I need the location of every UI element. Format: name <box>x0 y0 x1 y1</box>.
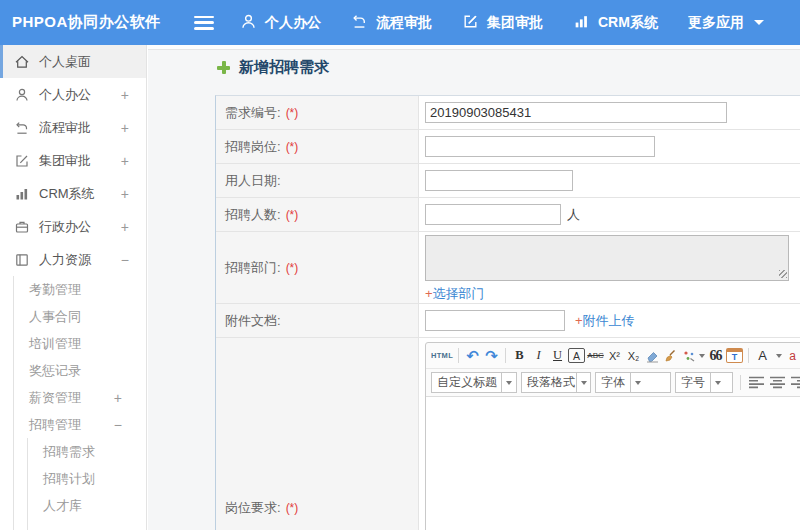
toolbar-divider <box>458 348 459 363</box>
sidebar-item-label: 个人办公 <box>39 86 91 104</box>
label-text: 岗位要求: <box>225 499 281 517</box>
font-family-select[interactable]: 字体 <box>595 372 671 393</box>
sidebar-item-training[interactable]: 培训管理 <box>14 330 146 357</box>
font-border-icon[interactable]: A <box>568 348 585 363</box>
topnav-label: 集团审批 <box>487 14 543 32</box>
collapse-icon[interactable]: − <box>121 253 129 267</box>
topnav-more-apps[interactable]: 更多应用 <box>688 14 764 32</box>
sidebar-item-label: 集团审批 <box>39 152 91 170</box>
sidebar-item-label: 薪资管理 <box>29 389 81 407</box>
expand-icon[interactable]: + <box>121 88 129 102</box>
headcount-input[interactable] <box>425 204 561 225</box>
sidebar: 个人桌面 个人办公 + 流程审批 + 集团审批 + CRM系统 + 行政办公 + <box>0 45 147 530</box>
bold-icon[interactable]: B <box>511 346 528 366</box>
strikethrough-icon[interactable]: ABC <box>587 346 604 366</box>
expand-icon[interactable]: + <box>114 391 122 405</box>
blockquote-icon[interactable]: 66 <box>707 346 724 366</box>
hire-date-input[interactable] <box>425 170 573 191</box>
topnav-workflow-approval[interactable]: 流程审批 <box>351 13 432 33</box>
undo-icon[interactable]: ↶ <box>464 346 481 366</box>
html-source-icon[interactable]: HTML <box>431 346 453 366</box>
format-brush-icon[interactable] <box>663 346 680 366</box>
edit-square-icon <box>462 13 479 33</box>
sidebar-item-label: 人力资源 <box>39 251 91 269</box>
sidebar-item-personal-office[interactable]: 个人办公 + <box>0 78 146 111</box>
font-color-icon[interactable]: A <box>754 346 771 366</box>
paste-icon[interactable]: T <box>726 348 743 363</box>
font-size-select[interactable]: 字号 <box>675 372 733 393</box>
sidebar-item-label: 奖惩记录 <box>29 362 81 380</box>
label-text: 招聘人数: <box>225 206 281 224</box>
resize-handle-icon[interactable] <box>779 270 787 278</box>
required-mark: (*) <box>286 261 299 275</box>
recruit-post-input[interactable] <box>425 136 655 157</box>
sidebar-item-admin-office[interactable]: 行政办公 + <box>0 210 146 243</box>
align-center-icon[interactable] <box>769 373 786 393</box>
align-left-icon[interactable] <box>748 373 765 393</box>
toolbar-divider <box>740 375 741 390</box>
sidebar-item-hr-contract[interactable]: 人事合同 <box>14 303 146 330</box>
topnav-personal-office[interactable]: 个人办公 <box>240 13 321 33</box>
collapse-icon[interactable]: − <box>114 418 122 432</box>
sidebar-item-workflow-approval[interactable]: 流程审批 + <box>0 111 146 144</box>
label-text: 招聘岗位: <box>225 138 281 156</box>
form-row-department: 招聘部门: (*) +选择部门 <box>216 232 800 304</box>
home-icon <box>14 54 30 70</box>
subscript-icon[interactable]: X₂ <box>625 346 642 366</box>
autotypeset-icon[interactable] <box>682 346 705 366</box>
required-mark: (*) <box>286 106 299 120</box>
sidebar-item-label: 招聘需求 <box>43 443 95 461</box>
topbar: PHPOA协同办公软件 个人办公 流程审批 集团审批 CRM系统 更多应用 <box>0 0 800 45</box>
sidebar-item-personal-desktop[interactable]: 个人桌面 <box>0 45 146 78</box>
attachment-input[interactable] <box>425 310 565 331</box>
redo-icon[interactable]: ↷ <box>483 346 500 366</box>
expand-icon[interactable]: + <box>121 154 129 168</box>
sidebar-item-attendance[interactable]: 考勤管理 <box>14 276 146 303</box>
sidebar-item-recruit-mgmt[interactable]: 招聘管理 − <box>14 411 146 438</box>
sidebar-item-group-approval[interactable]: 集团审批 + <box>0 144 146 177</box>
caret-down-icon <box>776 354 782 358</box>
topnav-crm-system[interactable]: CRM系统 <box>573 13 658 33</box>
workflow-icon <box>351 13 368 33</box>
sidebar-item-recruit-plan[interactable]: 招聘计划 <box>28 465 146 492</box>
sidebar-item-rewards[interactable]: 奖惩记录 <box>14 357 146 384</box>
editor-content-area[interactable] <box>426 396 800 530</box>
form-row-post: 招聘岗位: (*) <box>216 130 800 164</box>
app-window: PHPOA协同办公软件 个人办公 流程审批 集团审批 CRM系统 更多应用 <box>0 0 800 530</box>
sidebar-item-crm-system[interactable]: CRM系统 + <box>0 177 146 210</box>
align-right-icon[interactable] <box>790 373 800 393</box>
background-color-icon[interactable]: a <box>784 346 800 366</box>
sidebar-item-label: 考勤管理 <box>29 281 81 299</box>
sidebar-item-recruit-demand[interactable]: 招聘需求 <box>28 438 146 465</box>
sidebar-item-talent-pool[interactable]: 人才库 <box>28 492 146 519</box>
eraser-icon[interactable] <box>644 346 661 366</box>
paragraph-select[interactable]: 段落格式 <box>521 372 591 393</box>
sidebar-item-salary[interactable]: 薪资管理 + <box>14 384 146 411</box>
topnav-label: CRM系统 <box>598 14 658 32</box>
menu-icon[interactable] <box>194 16 214 30</box>
expand-icon[interactable]: + <box>121 220 129 234</box>
link-text: 附件上传 <box>583 313 635 328</box>
department-textarea[interactable] <box>425 235 789 281</box>
book-icon <box>14 252 30 268</box>
underline-icon[interactable]: U <box>549 346 566 366</box>
sidebar-item-human-resources[interactable]: 人力资源 − <box>0 243 146 276</box>
custom-title-select[interactable]: 自定义标题 <box>431 372 517 393</box>
sidebar-item-label: 招聘计划 <box>43 470 95 488</box>
attachment-upload-link[interactable]: +附件上传 <box>575 312 635 330</box>
italic-icon[interactable]: I <box>530 346 547 366</box>
unit-suffix: 人 <box>567 206 580 224</box>
demand-no-input[interactable] <box>425 102 727 123</box>
topnav-group-approval[interactable]: 集团审批 <box>462 13 543 33</box>
recruit-demand-form: 需求编号: (*) 招聘岗位: (*) 用人 <box>215 95 800 530</box>
editor-toolbar-row1: HTML ↶ ↷ B I U A ABC X² X₂ <box>426 343 800 369</box>
superscript-icon[interactable]: X² <box>606 346 623 366</box>
select-value: 字体 <box>596 374 630 391</box>
select-department-link[interactable]: +选择部门 <box>425 285 485 303</box>
expand-icon[interactable]: + <box>121 121 129 135</box>
link-text: 选择部门 <box>433 286 485 301</box>
sidebar-item-label: 培训管理 <box>29 335 81 353</box>
expand-icon[interactable]: + <box>121 187 129 201</box>
select-value: 段落格式 <box>522 374 576 391</box>
bar-chart-icon <box>573 13 590 33</box>
